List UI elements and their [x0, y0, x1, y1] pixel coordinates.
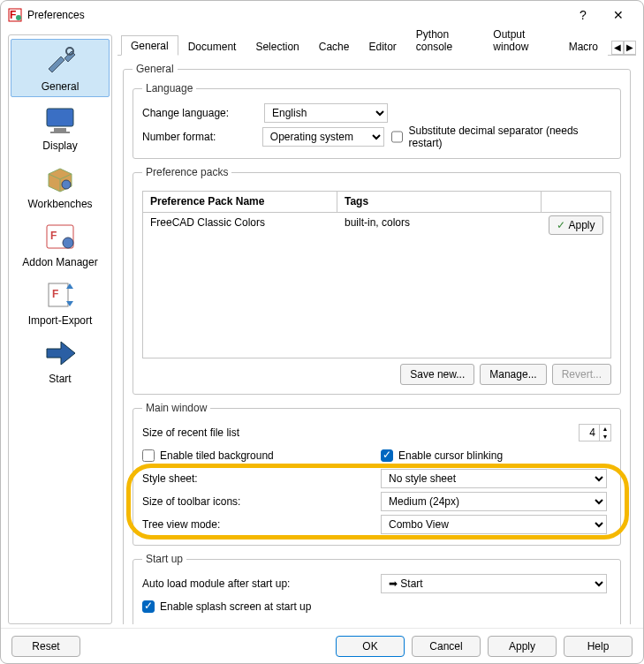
nav-label: General — [42, 80, 80, 93]
help-button[interactable]: Help — [564, 636, 633, 657]
nav-start[interactable]: Start — [11, 332, 110, 389]
packs-table: Preference Pack Name Tags FreeCAD Classi… — [142, 191, 611, 358]
toolbar-icons-select[interactable]: Medium (24px) — [381, 492, 607, 511]
cancel-button[interactable]: Cancel — [412, 636, 481, 657]
decimal-separator-label: Substitute decimal separator (needs rest… — [408, 124, 611, 149]
tools-icon — [39, 43, 81, 79]
tab-selection[interactable]: Selection — [246, 36, 308, 56]
general-group: General Language Change language: Englis… — [123, 63, 631, 624]
content-area: General Document Selection Cache Editor … — [117, 34, 636, 624]
dialog-footer: Reset OK Cancel Apply Help — [1, 628, 643, 663]
chevron-up-icon[interactable]: ▲ — [600, 425, 610, 433]
svg-text:F: F — [10, 9, 16, 21]
manage-button[interactable]: Manage... — [480, 364, 546, 385]
nav-addon-manager[interactable]: F Addon Manager — [11, 215, 110, 272]
nav-label: Display — [42, 140, 77, 152]
tab-cache[interactable]: Cache — [309, 36, 360, 56]
splash-label: Enable splash screen at start up — [160, 600, 311, 613]
tab-general[interactable]: General — [121, 35, 178, 56]
tab-python-console[interactable]: Python console — [406, 29, 483, 56]
help-icon[interactable]: ? — [565, 8, 601, 22]
startup-legend: Start up — [142, 553, 186, 565]
language-legend: Language — [142, 82, 196, 94]
svg-point-7 — [62, 180, 71, 189]
number-format-label: Number format: — [142, 131, 255, 143]
tab-editor[interactable]: Editor — [359, 36, 405, 56]
preference-packs-group: Preference packs Preference Pack Name Ta… — [133, 166, 621, 395]
svg-rect-5 — [54, 128, 66, 132]
cursor-blinking-checkbox[interactable]: Enable cursor blinking — [381, 449, 503, 462]
nav-label: Workbenches — [27, 198, 92, 210]
decimal-separator-checkbox[interactable]: Substitute decimal separator (needs rest… — [391, 124, 611, 149]
tab-document[interactable]: Document — [178, 36, 246, 56]
col-tags-header: Tags — [337, 192, 542, 212]
svg-point-2 — [16, 15, 21, 20]
toolbar-icons-label: Size of toolbar icons: — [142, 495, 381, 508]
tree-view-select[interactable]: Combo View — [381, 515, 607, 534]
tab-scroll-left-icon[interactable]: ◀ — [611, 41, 624, 55]
revert-button: Revert... — [552, 364, 611, 385]
tiled-background-label: Enable tiled background — [160, 449, 274, 462]
tab-scroll-right-icon[interactable]: ▶ — [624, 41, 636, 55]
tree-view-label: Tree view mode: — [142, 518, 381, 531]
autoload-select[interactable]: ➡ Start — [381, 574, 607, 593]
addon-icon: F — [39, 219, 81, 254]
box-icon — [39, 161, 81, 196]
splash-input[interactable] — [142, 600, 155, 613]
window-title: Preferences — [27, 9, 565, 21]
nav-label: Addon Manager — [22, 256, 97, 268]
nav-display[interactable]: Display — [11, 99, 110, 155]
ok-button[interactable]: OK — [336, 636, 405, 657]
mainwin-legend: Main window — [142, 402, 210, 414]
nav-general[interactable]: General — [11, 39, 110, 97]
autoload-label: Auto load module after start up: — [142, 577, 381, 590]
close-icon[interactable]: ✕ — [601, 8, 636, 22]
cursor-blinking-input[interactable] — [381, 449, 393, 462]
number-format-select[interactable]: Operating system — [262, 127, 384, 147]
tiled-background-input[interactable] — [142, 449, 155, 462]
tiled-background-checkbox[interactable]: Enable tiled background — [142, 449, 381, 462]
pack-tags: built-in, colors — [337, 213, 542, 238]
highlight-annotation: Style sheet: No style sheet Size of tool… — [142, 467, 611, 536]
col-apply-header — [542, 192, 610, 212]
svg-rect-4 — [47, 109, 73, 126]
recent-files-input[interactable] — [579, 424, 600, 441]
main-window-group: Main window Size of recent file list ▲▼ — [133, 402, 621, 546]
splash-checkbox[interactable]: Enable splash screen at start up — [142, 600, 311, 613]
svg-text:F: F — [50, 230, 57, 242]
save-new-button[interactable]: Save new... — [400, 364, 474, 385]
arrow-right-icon — [39, 336, 81, 371]
packs-legend: Preference packs — [142, 166, 231, 178]
style-sheet-select[interactable]: No style sheet — [381, 469, 607, 488]
svg-text:F: F — [52, 288, 58, 300]
svg-rect-6 — [50, 132, 70, 133]
tab-scroll: ◀ ▶ — [611, 41, 636, 55]
table-row[interactable]: FreeCAD Classic Colors built-in, colors … — [143, 213, 610, 238]
titlebar: F Preferences ? ✕ — [1, 1, 643, 29]
chevron-down-icon[interactable]: ▼ — [600, 433, 610, 441]
change-language-label: Change language: — [142, 107, 257, 119]
tab-output-window[interactable]: Output window — [483, 29, 558, 56]
cursor-blinking-label: Enable cursor blinking — [398, 449, 503, 462]
startup-group: Start up Auto load module after start up… — [133, 553, 621, 624]
language-group: Language Change language: English Number… — [133, 82, 621, 159]
nav-label: Import-Export — [28, 314, 93, 327]
monitor-icon — [39, 102, 81, 138]
nav-workbenches[interactable]: Workbenches — [11, 157, 110, 214]
apply-button[interactable]: Apply — [488, 636, 557, 657]
language-select[interactable]: English — [264, 103, 388, 123]
nav-import-export[interactable]: F Import-Export — [11, 274, 110, 330]
recent-files-spinner[interactable]: ▲▼ — [579, 424, 611, 441]
preferences-window: F Preferences ? ✕ General Display Workbe… — [0, 0, 644, 664]
col-name-header: Preference Pack Name — [143, 192, 337, 212]
nav-label: Start — [49, 373, 71, 385]
decimal-separator-input[interactable] — [391, 131, 404, 143]
tab-bar: General Document Selection Cache Editor … — [117, 34, 636, 56]
pack-name: FreeCAD Classic Colors — [143, 213, 337, 238]
category-nav: General Display Workbenches F Addon Mana… — [8, 34, 112, 624]
reset-button[interactable]: Reset — [11, 636, 80, 657]
app-icon: F — [8, 8, 22, 22]
style-sheet-label: Style sheet: — [142, 472, 381, 485]
tab-macro[interactable]: Macro — [559, 36, 608, 56]
apply-pack-button[interactable]: ✓ Apply — [549, 215, 603, 235]
